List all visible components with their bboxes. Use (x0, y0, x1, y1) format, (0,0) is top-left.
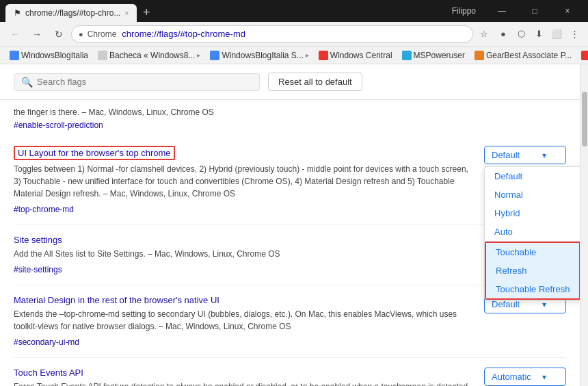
search-icon: 🔍 (21, 77, 33, 88)
search-flags-input[interactable] (37, 77, 252, 87)
flag-title-touch-events[interactable]: Touch Events API (14, 368, 473, 378)
scrollbar-track[interactable] (580, 64, 588, 386)
flags-header: 🔍 Reset all to default (0, 64, 580, 100)
prev-link[interactable]: #enable-scroll-prediction (14, 120, 103, 130)
tab-close-button[interactable]: × (124, 10, 129, 17)
tab-area: ⚑ chrome://flags/#top-chro... × + (5, 0, 452, 22)
flag-item-site-settings: Site settings Add the All Sites list to … (14, 225, 566, 285)
address-bar[interactable]: ● Chrome (71, 25, 473, 43)
flag-desc-ui-layout: Toggles between 1) Normal -for clamshell… (14, 163, 473, 200)
bookmark-4[interactable]: MSPoweruser (398, 49, 469, 62)
back-button[interactable]: ← (5, 25, 25, 44)
bookmark-icon-4 (402, 51, 412, 60)
dropdown-menu-ui-layout[interactable]: Default Normal Hybrid Auto Touchable Ref… (484, 166, 580, 300)
dropdown-current-ui-layout: Default (492, 150, 520, 160)
bookmark-6[interactable]: YouTube (Subscriptio... (577, 49, 588, 62)
bookmark-label-5: GearBest Associate P... (486, 51, 572, 60)
dropdown-arrow-touch-events: ▾ (542, 372, 546, 382)
flag-item-material-design: Material Design in the rest of the brows… (14, 285, 566, 358)
flag-text-material-design: Material Design in the rest of the brows… (14, 295, 473, 348)
scrollbar-thumb[interactable] (582, 92, 587, 146)
flag-control-material-design: Default ▾ (484, 295, 566, 348)
flag-text-touch-events: Touch Events API Force Touch Events API … (14, 368, 473, 386)
dropdown-option-auto[interactable]: Auto (485, 222, 580, 241)
download-button[interactable]: ⬇ (531, 26, 547, 42)
bookmark-icon-5 (475, 51, 484, 60)
flag-desc-site-settings: Add the All Sites list to Site Settings.… (14, 248, 473, 260)
bookmark-label-1: Bacheca « Windows8... (109, 51, 195, 60)
dropdown-arrow-material-design: ▾ (542, 300, 546, 309)
flag-link-material-design[interactable]: #secondary-ui-md (14, 337, 79, 347)
bookmark-arrow-2: ▸ (306, 51, 309, 59)
navbar: ← → ↻ ● Chrome ☆ ● ⬡ ⬇ ⬜ ⋮ (0, 22, 588, 47)
flag-link-site-settings[interactable]: #site-settings (14, 265, 62, 274)
maximize-button[interactable]: □ (520, 1, 550, 21)
flag-title-material-design[interactable]: Material Design in the rest of the brows… (14, 295, 473, 305)
screenshot-button[interactable]: ⬜ (548, 26, 565, 42)
reload-button[interactable]: ↻ (49, 25, 68, 44)
tab-favicon: ⚑ (14, 8, 21, 18)
main-content: 🔍 Reset all to default the finger is the… (0, 64, 588, 386)
user-name: Filippo (452, 6, 476, 16)
flags-page: 🔍 Reset all to default the finger is the… (0, 64, 580, 386)
bookmark-label-4: MSPoweruser (414, 51, 465, 60)
dropdown-arrow-ui-layout: ▾ (542, 151, 546, 160)
prev-text: the finger is there. – Mac, Windows, Lin… (14, 107, 214, 117)
dropdown-option-hybrid[interactable]: Hybrid (485, 204, 580, 222)
dropdown-highlighted-group: Touchable Refresh Touchable Refresh (485, 242, 580, 300)
bookmark-arrow-1: ▸ (197, 51, 200, 59)
bookmark-icon-6 (581, 51, 588, 60)
titlebar: ⚑ chrome://flags/#top-chro... × + Filipp… (0, 0, 588, 22)
bookmark-1[interactable]: Bacheca « Windows8... ▸ (94, 49, 204, 62)
bookmark-icon-1 (98, 51, 107, 60)
bookmark-icon-0 (10, 51, 19, 60)
search-flags-wrap[interactable]: 🔍 (14, 73, 260, 91)
chrome-label: Chrome (88, 29, 117, 39)
dropdown-option-default[interactable]: Default (485, 167, 580, 185)
dropdown-current-touch-events: Automatic (492, 372, 531, 382)
bookmark-icon-3 (319, 51, 328, 60)
flag-title-site-settings[interactable]: Site settings (14, 235, 473, 245)
flag-item-ui-layout: UI Layout for the browser's top chrome T… (14, 136, 566, 225)
security-icon: ● (79, 30, 83, 38)
dropdown-current-material-design: Default (492, 299, 520, 309)
active-tab[interactable]: ⚑ chrome://flags/#top-chro... × (5, 4, 137, 22)
dropdown-option-refresh[interactable]: Refresh (486, 261, 579, 280)
tab-label: chrome://flags/#top-chro... (25, 8, 120, 18)
dropdown-option-normal[interactable]: Normal (485, 185, 580, 204)
new-tab-button[interactable]: + (137, 3, 156, 22)
dropdown-option-touchable[interactable]: Touchable (486, 243, 579, 261)
flag-title-ui-layout[interactable]: UI Layout for the browser's top chrome (14, 146, 175, 160)
bookmark-label-3: Windows Central (330, 51, 392, 60)
flag-item-touch-events: Touch Events API Force Touch Events API … (14, 358, 566, 386)
extension-button[interactable]: ⬡ (513, 26, 529, 42)
bookmark-5[interactable]: GearBest Associate P... (470, 49, 576, 62)
star-button[interactable]: ☆ (476, 26, 492, 42)
flag-text-site-settings: Site settings Add the All Sites list to … (14, 235, 473, 275)
bookmark-3[interactable]: Windows Central (315, 49, 397, 62)
flag-link-ui-layout[interactable]: #top-chrome-md (14, 205, 74, 214)
menu-button[interactable]: ⋮ (566, 26, 583, 42)
dropdown-option-touchable-refresh[interactable]: Touchable Refresh (486, 280, 579, 298)
flag-control-ui-layout: Default ▾ Default Normal Hybrid Auto Tou… (484, 146, 566, 215)
window-controls: — □ × (487, 1, 583, 21)
bookmark-2[interactable]: WindowsBlogItalia S... ▸ (206, 49, 312, 62)
window-close-button[interactable]: × (552, 1, 583, 21)
forward-button[interactable]: → (27, 25, 46, 44)
url-input[interactable] (122, 29, 466, 39)
bookmark-icon-2 (210, 51, 219, 60)
flag-desc-material-design: Extends the –top-chrome-md setting to se… (14, 308, 473, 333)
flag-dropdown-touch-events[interactable]: Automatic ▾ (484, 368, 566, 386)
nav-right-icons: ● ⬡ ⬇ ⬜ ⋮ (495, 26, 583, 42)
bookmark-label-2: WindowsBlogItalia S... (222, 51, 303, 60)
minimize-button[interactable]: — (487, 1, 517, 21)
bookmarks-bar: WindowsBlogItalia Bacheca « Windows8... … (0, 47, 588, 64)
flag-control-touch-events: Automatic ▾ (484, 368, 566, 386)
flag-desc-touch-events: Force Touch Events API feature detection… (14, 381, 473, 386)
flags-body: the finger is there. – Mac, Windows, Lin… (0, 100, 580, 386)
flag-text-ui-layout: UI Layout for the browser's top chrome T… (14, 146, 473, 215)
profile-button[interactable]: ● (495, 26, 511, 42)
bookmark-0[interactable]: WindowsBlogItalia (5, 49, 92, 62)
flag-dropdown-ui-layout[interactable]: Default ▾ (484, 146, 566, 164)
reset-all-button[interactable]: Reset all to default (268, 73, 362, 91)
